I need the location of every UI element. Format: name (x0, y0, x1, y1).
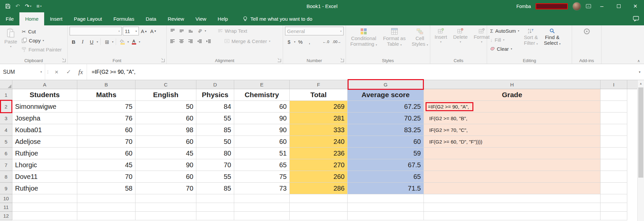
cell-H5[interactable]: IF(G2 >= 60, "D", "F")))) (424, 136, 601, 148)
orientation-button[interactable]: ab (196, 27, 204, 35)
cell-I2[interactable] (601, 101, 627, 113)
merge-center-button[interactable]: Merge & Center ▾ (223, 37, 271, 45)
cell-H7[interactable] (424, 159, 601, 171)
cell-D9[interactable]: 85 (196, 183, 234, 194)
tab-review[interactable]: Review (162, 12, 190, 25)
number-format-combo[interactable]: General ▾ (285, 27, 344, 35)
cell-C2[interactable]: 50 (135, 101, 196, 113)
row-header-9[interactable]: 9 (0, 183, 12, 194)
ribbon-display-options-button[interactable] (586, 4, 591, 8)
undo-button[interactable]: ↶ (15, 4, 20, 9)
cell-A8[interactable]: Dove11 (12, 171, 77, 183)
fill-button[interactable]: ↓ Fill ▾ (489, 36, 520, 44)
align-bottom-button[interactable] (187, 27, 195, 35)
cell-E9[interactable]: 73 (234, 183, 290, 194)
bold-button[interactable]: B (70, 38, 78, 46)
tab-help[interactable]: Help (212, 12, 234, 25)
cell-E4[interactable]: 90 (234, 124, 290, 136)
column-header-H[interactable]: H (424, 80, 601, 89)
cell-A6[interactable]: Ruthjoe (12, 148, 77, 159)
cell-D8[interactable]: 55 (196, 171, 234, 183)
autosum-button[interactable]: Σ AutoSum ▾ (489, 27, 520, 35)
collapse-ribbon-button[interactable]: ∧ (637, 59, 640, 63)
cell-G4[interactable]: 83.25 (348, 124, 424, 136)
row-header-1[interactable]: 1 (0, 89, 12, 101)
tab-home[interactable]: Home (19, 12, 44, 25)
row-header-8[interactable]: 8 (0, 171, 12, 183)
align-center-button[interactable] (178, 37, 186, 45)
cell-B6[interactable]: 60 (77, 148, 135, 159)
account-name[interactable]: Fomba (516, 4, 531, 9)
cell-E8[interactable]: 75 (234, 171, 290, 183)
cell-D3[interactable]: 55 (196, 113, 234, 124)
cell-C7[interactable]: 90 (135, 159, 196, 171)
cell-B3[interactable]: 76 (77, 113, 135, 124)
cell-B12[interactable] (77, 212, 135, 220)
cell-G1[interactable]: Average score (348, 89, 424, 101)
cell-G9[interactable]: 71.5 (348, 183, 424, 194)
cell-A4[interactable]: Kouba01 (12, 124, 77, 136)
cell-H2[interactable]: =IF(G2 >= 90, "A", (424, 101, 601, 113)
cell-I1[interactable] (601, 89, 627, 101)
cell-C11[interactable] (135, 203, 196, 212)
customize-quick-access-button[interactable]: ≡▾ (36, 4, 41, 9)
cell-D12[interactable] (196, 212, 234, 220)
cell-F6[interactable]: 236 (290, 148, 348, 159)
insert-cells-button[interactable]: Insert ▾ (432, 27, 450, 45)
fill-color-button[interactable] (118, 38, 126, 46)
cell-H4[interactable]: IF(G2 >= 70, "C", (424, 124, 601, 136)
row-header-5[interactable]: 5 (0, 136, 12, 148)
cell-B5[interactable]: 70 (77, 136, 135, 148)
cell-D11[interactable] (196, 203, 234, 212)
cancel-entry-button[interactable]: × (51, 64, 63, 80)
cell-F2[interactable]: 269 (290, 101, 348, 113)
increase-indent-button[interactable] (205, 37, 213, 45)
alignment-dialog-launcher[interactable] (278, 59, 281, 62)
cell-G5[interactable]: 60 (348, 136, 424, 148)
cell-F5[interactable]: 240 (290, 136, 348, 148)
cell-B11[interactable] (77, 203, 135, 212)
cell-C12[interactable] (135, 212, 196, 220)
cell-H9[interactable] (424, 183, 601, 194)
cell-G12[interactable] (348, 212, 424, 220)
cell-A2[interactable]: Simonnwigwe (12, 101, 77, 113)
cell-H6[interactable] (424, 148, 601, 159)
confirm-entry-button[interactable]: ✓ (63, 64, 75, 80)
underline-button[interactable]: U (88, 38, 96, 46)
cell-G3[interactable]: 70.25 (348, 113, 424, 124)
increase-decimal-button[interactable]: ←.0 (321, 38, 330, 46)
row-header-12[interactable]: 12 (0, 212, 12, 220)
cell-F12[interactable] (290, 212, 348, 220)
cell-D2[interactable]: 84 (196, 101, 234, 113)
cell-F11[interactable] (290, 203, 348, 212)
increase-font-size-button[interactable]: A▲ (140, 27, 148, 35)
cell-E11[interactable] (234, 203, 290, 212)
cell-H10[interactable] (424, 194, 601, 203)
cell-E12[interactable] (234, 212, 290, 220)
expand-formula-bar-button[interactable]: ▾ (635, 64, 644, 80)
name-box[interactable]: SUM ▾ (0, 64, 45, 80)
cell-E7[interactable]: 65 (234, 159, 290, 171)
cell-D10[interactable] (196, 194, 234, 203)
minimize-button[interactable]: – (596, 0, 608, 12)
column-header-D[interactable]: D (196, 80, 234, 89)
column-header-I[interactable]: I (601, 80, 627, 89)
cell-I11[interactable] (601, 203, 627, 212)
cell-I8[interactable] (601, 171, 627, 183)
select-all-corner[interactable] (0, 80, 12, 89)
cell-F8[interactable]: 260 (290, 171, 348, 183)
tab-page-layout[interactable]: Page Layout (68, 12, 108, 25)
cell-G7[interactable]: 67.5 (348, 159, 424, 171)
cell-C9[interactable]: 70 (135, 183, 196, 194)
cell-H1[interactable]: Grade (424, 89, 601, 101)
cell-F9[interactable]: 286 (290, 183, 348, 194)
addins-button[interactable] (574, 27, 599, 36)
cell-A7[interactable]: Lhorgic (12, 159, 77, 171)
copy-button[interactable]: Copy ▾ (21, 36, 63, 44)
font-dialog-launcher[interactable] (161, 59, 165, 62)
tab-view[interactable]: View (190, 12, 212, 25)
cell-H11[interactable] (424, 203, 601, 212)
cell-A3[interactable]: Josepha (12, 113, 77, 124)
column-header-B[interactable]: B (77, 80, 135, 89)
cell-B2[interactable]: 75 (77, 101, 135, 113)
